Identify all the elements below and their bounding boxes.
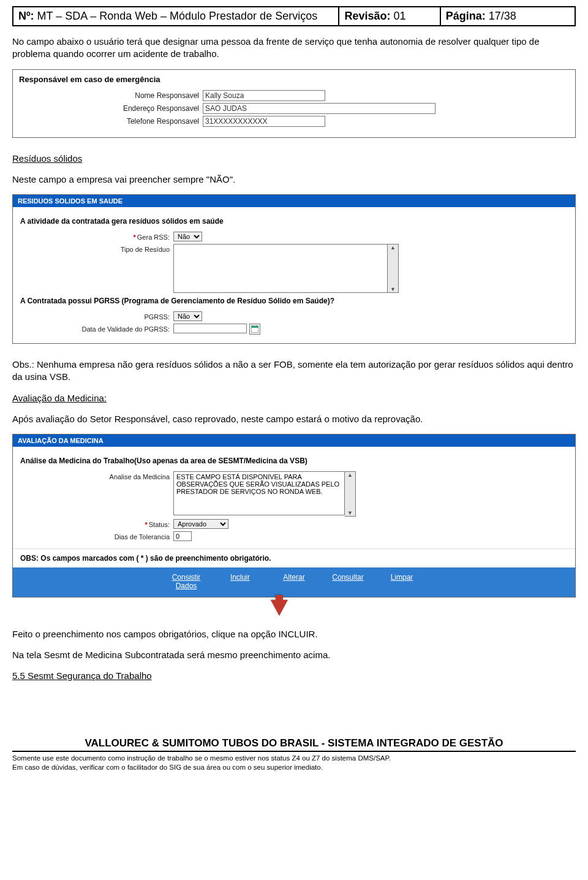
scroll-down-icon[interactable]: ▼ [390, 286, 396, 292]
residuos-bar: RESIDUOS SOLIDOS EM SAUDE [13, 195, 575, 207]
avaliacao-q1: Análise da Medicina do Trabalho(Uso apen… [20, 457, 568, 465]
residuos-q2: A Contratada possui PGRSS (Programa de G… [20, 297, 568, 305]
pgrss-label: PGRSS: [20, 311, 173, 321]
status-select[interactable]: Aprovado [173, 519, 228, 529]
residuos-panel: RESIDUOS SOLIDOS EM SAUDE A atividade da… [12, 194, 576, 344]
analise-row: Analise da Medicina ESTE CAMPO ESTÁ DISP… [20, 471, 568, 517]
emergency-label-nome: Nome Responsavel [19, 91, 203, 100]
limpar-button[interactable]: Limpar [384, 574, 420, 591]
emergency-input-telefone[interactable] [203, 116, 325, 127]
emergency-input-endereco[interactable] [203, 103, 435, 114]
data-validade-input[interactable] [173, 324, 247, 333]
emergency-row-nome: Nome Responsavel [19, 90, 569, 101]
scroll-up-icon[interactable]: ▲ [390, 245, 396, 251]
tail-p1: Feito o preenchimento nos campos obrigat… [12, 628, 576, 640]
document-header: Nº: MT – SDA – Ronda Web – Módulo Presta… [12, 6, 576, 26]
alterar-button[interactable]: Alterar [276, 574, 312, 591]
pgrss-row: PGRSS: Não [20, 311, 568, 321]
tail-p3: 5.5 Sesmt Segurança do Trabalho [12, 670, 576, 682]
svg-rect-1 [251, 326, 258, 328]
header-right-label: Página: [446, 10, 486, 22]
document-footer: VALLOUREC & SUMITOMO TUBOS DO BRASIL - S… [12, 737, 576, 772]
header-right-value: 17/38 [489, 10, 516, 22]
scrollbar[interactable]: ▲▼ [345, 471, 356, 517]
residuos-text: Neste campo a empresa vai preencher semp… [12, 173, 576, 186]
obs-paragraph: Obs.: Nenhuma empresa não gera resíduos … [12, 358, 576, 384]
calendar-icon[interactable] [249, 324, 260, 335]
incluir-button[interactable]: Incluir [222, 574, 258, 591]
tail-p2: Na tela Sesmt de Medicina Subcontratada … [12, 649, 576, 661]
footer-line2: Em caso de dúvidas, verificar com o faci… [12, 763, 576, 772]
header-mid-label: Revisão: [344, 10, 390, 22]
scrollbar[interactable]: ▲▼ [388, 244, 399, 293]
emergency-row-telefone: Telefone Responsavel [19, 116, 569, 127]
emergency-label-telefone: Telefone Responsavel [19, 117, 203, 126]
action-button-bar: Consistir Dados Incluir Alterar Consulta… [13, 567, 575, 597]
emergency-input-nome[interactable] [203, 90, 325, 101]
obs-required-bar: OBS: Os campos marcados com ( * ) são de… [13, 548, 575, 567]
scroll-up-icon[interactable]: ▲ [347, 472, 353, 478]
header-left-label: Nº: [18, 10, 34, 22]
required-asterisk-icon: * [134, 233, 136, 241]
dias-label: Dias de Tolerancia [20, 531, 173, 541]
dias-input[interactable] [173, 531, 192, 541]
tipo-residuo-label: Tipo de Resíduo [20, 244, 173, 253]
tipo-residuo-textarea[interactable] [173, 244, 388, 293]
intro-paragraph: No campo abaixo o usuário terá que desig… [12, 36, 576, 61]
consistir-dados-button[interactable]: Consistir Dados [168, 574, 204, 591]
analise-label: Analise da Medicina [20, 471, 173, 480]
status-row: *Status: Aprovado [20, 519, 568, 529]
residuos-heading: Resíduos sólidos [12, 153, 576, 165]
avaliacao-panel: AVALIAÇÃO DA MEDICINA Análise da Medicin… [12, 434, 576, 597]
avaliacao-heading: Avaliação da Medicina: [12, 392, 576, 404]
pgrss-select[interactable]: Não [173, 311, 202, 321]
scroll-down-icon[interactable]: ▼ [347, 510, 353, 516]
footer-title: VALLOUREC & SUMITOMO TUBOS DO BRASIL - S… [12, 737, 576, 752]
header-left-cell: Nº: MT – SDA – Ronda Web – Módulo Presta… [13, 7, 339, 26]
arrow-up-icon [271, 600, 288, 616]
consultar-button[interactable]: Consultar [330, 574, 366, 591]
header-left-value: MT – SDA – Ronda Web – Módulo Prestador … [37, 10, 318, 22]
gera-rss-row: *Gera RSS: Não [20, 232, 568, 241]
avaliacao-bar: AVALIAÇÃO DA MEDICINA [13, 434, 575, 447]
gera-rss-label: Gera RSS: [137, 233, 170, 241]
data-validade-row: Data de Validade do PGRSS: [20, 324, 568, 335]
footer-line1: Somente use este documento como instruçã… [12, 754, 576, 763]
emergency-row-endereco: Endereço Responsavel [19, 103, 569, 114]
dias-row: Dias de Tolerancia [20, 531, 568, 541]
status-label: Status: [149, 521, 170, 528]
incluir-pointer [12, 605, 576, 620]
analise-textarea[interactable]: ESTE CAMPO ESTÁ DISPONIVEL PARA OBSERVAÇ… [173, 471, 345, 515]
tipo-residuo-row: Tipo de Resíduo ▲▼ [20, 244, 568, 293]
header-mid-value: 01 [394, 10, 406, 22]
header-right-cell: Página: 17/38 [440, 7, 575, 26]
required-asterisk-icon: * [145, 521, 147, 528]
data-validade-label: Data de Validade do PGRSS: [20, 324, 173, 333]
avaliacao-intro: Após avaliação do Setor Responsável, cas… [12, 413, 576, 425]
header-mid-cell: Revisão: 01 [339, 7, 440, 26]
emergency-label-endereco: Endereço Responsavel [19, 104, 203, 113]
gera-rss-select[interactable]: Não [173, 232, 202, 241]
residuos-q1: A atividade da contratada gera resíduos … [20, 217, 568, 226]
emergency-title: Responsável em caso de emergência [19, 75, 569, 84]
emergency-panel: Responsável em caso de emergência Nome R… [12, 69, 576, 138]
